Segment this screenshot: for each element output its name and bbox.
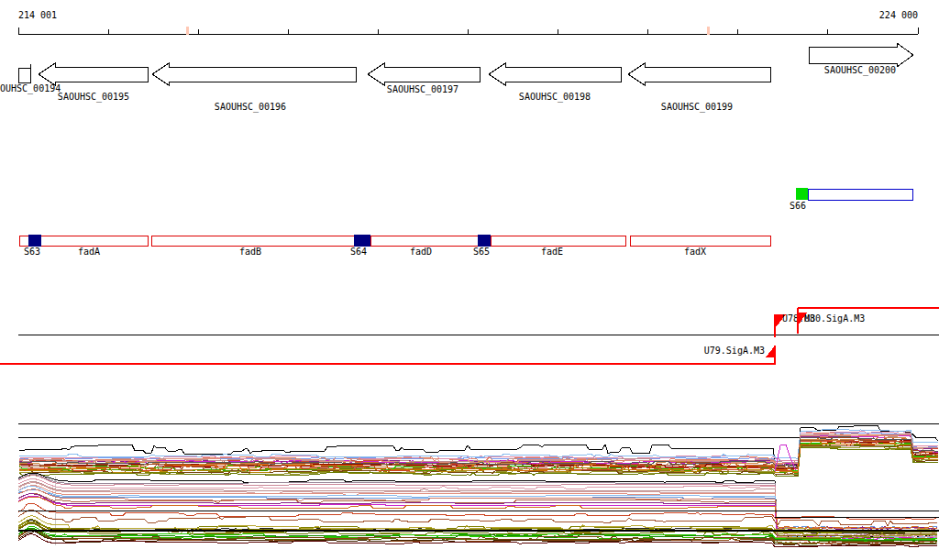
fad-gene-box[interactable]: [151, 236, 370, 246]
ruler-start-coordinate: 214 001: [18, 10, 57, 20]
expression-profile-plot: [18, 423, 939, 547]
srna-site-label: S65: [473, 247, 490, 257]
srna-site[interactable]: [354, 235, 370, 247]
fad-gene-label: fadE: [541, 247, 563, 257]
fad-gene-label: fadA: [78, 247, 100, 257]
ruler-highlight-mark: [186, 27, 189, 35]
gene-label: SAOUHSC_00199: [661, 102, 733, 113]
gene-label: SAOUHSC_00196: [215, 102, 286, 113]
fad-gene-label: fadX: [684, 247, 706, 257]
promoter-track: U78.M3U80.SigA.M3U79.SigA.M3: [0, 308, 939, 364]
s66-track: S66: [790, 188, 912, 211]
s66-transcript-box[interactable]: [808, 189, 912, 200]
gene-label: SAOUHSC_00200: [824, 65, 896, 76]
fad-gene-box[interactable]: [630, 236, 770, 246]
fad-gene-box[interactable]: [370, 236, 491, 246]
gene-label: SAOUHSC_00195: [58, 92, 129, 103]
srna-site-label: S64: [350, 247, 367, 257]
fad-gene-label: fadD: [410, 247, 432, 257]
srna-s66-site[interactable]: [796, 188, 808, 200]
promoter-label: U80.SigA.M3: [804, 313, 865, 324]
gene-arrow[interactable]: [152, 63, 356, 85]
ruler-end-coordinate: 224 000: [879, 10, 918, 20]
gene-label: SAOUHSC_00198: [519, 92, 591, 103]
genome-browser-view: 214 001 224 000 OUHSC_00194SAOUHSC_00195…: [0, 0, 939, 560]
gene-arrow[interactable]: [628, 63, 770, 85]
promoter-label: U79.SigA.M3: [704, 346, 765, 356]
gene-arrow[interactable]: [489, 63, 621, 85]
srna-site[interactable]: [478, 235, 491, 247]
fad-gene-box[interactable]: [491, 236, 625, 246]
s66-label: S66: [790, 201, 806, 211]
expression-trace-middle: [18, 489, 937, 530]
gene-arrow[interactable]: [39, 63, 148, 85]
fad-gene-label: fadB: [239, 247, 261, 257]
genome-ruler: 214 001 224 000: [18, 10, 918, 35]
gene-label: OUHSC_00194: [0, 83, 61, 94]
gene-arrow[interactable]: [809, 43, 913, 67]
gene-arrow[interactable]: [368, 63, 480, 85]
ruler-highlight-mark: [707, 27, 710, 35]
fad-operon-track: fadAfadBfadDfadEfadXS63S64S65: [19, 235, 770, 257]
expression-trace-middle: [18, 482, 937, 533]
gene-arrow[interactable]: [18, 68, 30, 82]
srna-site-label: S63: [24, 247, 40, 257]
promoter-flag[interactable]: [766, 346, 775, 357]
srna-site[interactable]: [28, 235, 41, 247]
gene-label: SAOUHSC_00197: [387, 84, 458, 95]
gene-track: OUHSC_00194SAOUHSC_00195SAOUHSC_00196SAO…: [0, 43, 913, 113]
